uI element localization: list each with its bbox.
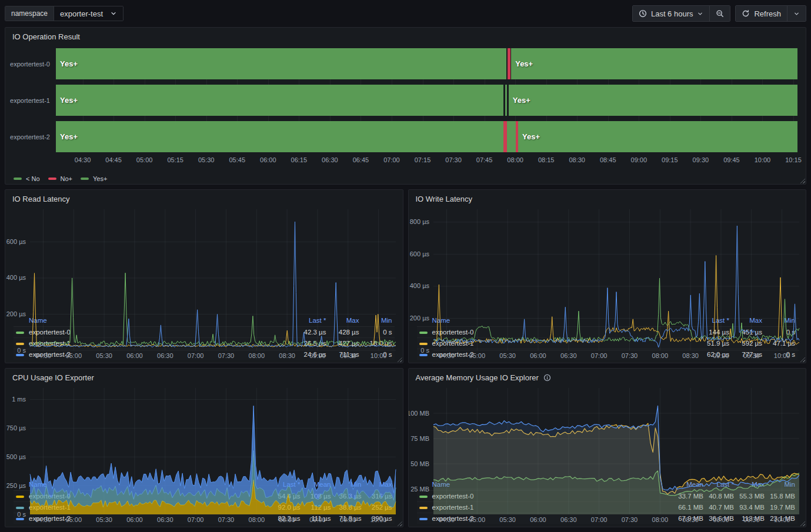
x-axis-tick-label: 09:30 xyxy=(340,352,356,359)
refresh-interval-dropdown[interactable] xyxy=(787,6,806,21)
memory-usage-chart[interactable]: 25 MB50 MB75 MB100 MB04:3005:0005:3006:0… xyxy=(409,383,806,480)
y-axis-tick-label: 750 µs xyxy=(6,424,26,431)
x-axis-tick-label: 06:30 xyxy=(560,516,577,523)
legend-item[interactable]: < No xyxy=(14,175,40,182)
x-axis-tick-label: 10:00 xyxy=(755,156,771,163)
x-axis-tick-label: 04:30 xyxy=(438,352,455,359)
refresh-button[interactable]: Refresh xyxy=(736,6,787,21)
state-timeline-chart[interactable]: exportertest-0Yes+Yes+exportertest-1Yes+… xyxy=(5,42,806,184)
x-axis-tick-label: 08:30 xyxy=(569,156,585,163)
dashboard-grid: IO Operation Result exportertest-0Yes+Ye… xyxy=(5,27,806,527)
y-axis-tick-label: 50 MB xyxy=(410,460,429,467)
series-area-exportertest-1 xyxy=(30,451,396,508)
x-axis-tick-label: 08:00 xyxy=(507,156,523,163)
x-axis-tick-label: 06:15 xyxy=(291,156,308,163)
x-axis-tick-label: 07:00 xyxy=(383,156,400,163)
series-line-exportertest-2 xyxy=(433,226,799,347)
x-axis-tick-label: 06:45 xyxy=(353,156,369,163)
x-axis-tick-label: 09:00 xyxy=(713,516,729,523)
x-axis-tick-label: 10:15 xyxy=(785,156,802,163)
timeline-row-label: exportertest-0 xyxy=(6,61,54,68)
time-range-label: Last 6 hours xyxy=(651,9,693,18)
x-axis-tick-label: 05:30 xyxy=(198,156,215,163)
x-axis-tick-label: 05:00 xyxy=(136,156,153,163)
x-axis-tick-label: 10:00 xyxy=(371,352,387,359)
x-axis-tick-label: 08:00 xyxy=(652,516,668,523)
timeline-legend: < NoNo+Yes+ xyxy=(14,175,107,182)
chart-canvas: 0 s200 µs400 µs600 µs800 µs04:3005:0005:… xyxy=(409,205,806,360)
x-axis-tick-label: 06:00 xyxy=(126,516,143,523)
x-axis-tick-label: 07:00 xyxy=(590,516,607,523)
timeline-row-label: exportertest-1 xyxy=(6,97,54,104)
y-axis-tick-label: 75 MB xyxy=(410,435,429,442)
panel-title[interactable]: IO Write Latency xyxy=(409,190,806,205)
x-axis-tick-label: 04:45 xyxy=(105,156,122,163)
timeline-segment: Yes+ xyxy=(56,121,503,152)
x-axis-tick-label: 08:30 xyxy=(279,352,295,359)
zoom-out-icon xyxy=(716,9,724,18)
x-axis-tick-label: 06:00 xyxy=(530,516,546,523)
timeline-segment: Yes+ xyxy=(518,121,797,152)
x-axis-tick-label: 05:30 xyxy=(96,352,112,359)
x-axis-tick-label: 09:30 xyxy=(743,352,760,359)
x-axis-tick-label: 05:15 xyxy=(167,156,183,163)
x-axis-tick-label: 07:00 xyxy=(590,352,607,359)
series-line-exportertest-0 xyxy=(433,278,799,342)
namespace-value: exporter-test xyxy=(60,9,103,18)
info-icon[interactable] xyxy=(543,374,551,382)
legend-swatch xyxy=(48,178,56,180)
series-area-exportertest-2 xyxy=(433,406,799,514)
timeline-segment: Yes+ xyxy=(509,85,797,116)
timeline-segment xyxy=(505,85,507,116)
namespace-variable: namespace exporter-test xyxy=(5,6,124,21)
timeline-segment xyxy=(508,48,510,79)
x-axis-tick-label: 08:00 xyxy=(652,352,668,359)
panel-title[interactable]: IO Operation Result xyxy=(5,28,806,42)
x-axis-tick-label: 04:30 xyxy=(35,516,52,523)
panel-io-operation-result: IO Operation Result exportertest-0Yes+Ye… xyxy=(5,27,806,185)
x-axis-tick-label: 05:00 xyxy=(66,516,82,523)
x-axis-tick-label: 10:00 xyxy=(371,516,387,523)
x-axis-tick-label: 09:30 xyxy=(693,156,709,163)
x-axis-tick-label: 08:00 xyxy=(249,516,265,523)
refresh-controls: Refresh xyxy=(735,5,806,22)
time-range-picker[interactable]: Last 6 hours xyxy=(633,6,710,21)
legend-item[interactable]: Yes+ xyxy=(81,175,107,182)
panel-io-write-latency: IO Write Latency 0 s200 µs400 µs600 µs80… xyxy=(408,189,807,363)
panel-title[interactable]: IO Read Latency xyxy=(5,190,403,205)
x-axis-tick-label: 09:45 xyxy=(723,156,740,163)
panel-title[interactable]: CPU Usage IO Exporter xyxy=(5,369,403,383)
y-axis-tick-label: 600 µs xyxy=(6,238,26,245)
x-axis-tick-label: 07:30 xyxy=(621,352,638,359)
dashboard-toolbar: namespace exporter-test Last 6 hours xyxy=(5,5,806,22)
timeline-row-label: exportertest-2 xyxy=(6,133,54,140)
legend-item[interactable]: No+ xyxy=(48,175,73,182)
chevron-down-icon xyxy=(793,11,800,17)
timeline-segment: Yes+ xyxy=(56,85,503,116)
x-axis-tick-label: 06:30 xyxy=(157,352,173,359)
series-line-exportertest-0 xyxy=(30,273,396,346)
zoom-out-button[interactable] xyxy=(709,6,730,21)
x-axis-tick-label: 06:30 xyxy=(322,156,338,163)
x-axis-tick-label: 08:45 xyxy=(600,156,616,163)
legend-swatch xyxy=(14,178,22,180)
y-axis-tick-label: 1 ms xyxy=(12,396,26,403)
x-axis-tick-label: 08:00 xyxy=(249,352,265,359)
x-axis-tick-label: 08:30 xyxy=(682,516,699,523)
x-axis-tick-label: 09:00 xyxy=(631,156,648,163)
x-axis-tick-label: 07:30 xyxy=(218,516,235,523)
y-axis-tick-label: 0 s xyxy=(17,511,26,518)
cpu-usage-chart[interactable]: 0 s250 µs500 µs750 µs1 ms04:3005:0005:30… xyxy=(5,383,403,480)
panel-title[interactable]: Average Memory Usage IO Explorer xyxy=(409,369,806,383)
y-axis-tick-label: 400 µs xyxy=(6,274,26,281)
io-read-latency-chart[interactable]: 0 s200 µs400 µs600 µs04:3005:0005:3006:0… xyxy=(5,205,403,316)
io-write-latency-chart[interactable]: 0 s200 µs400 µs600 µs800 µs04:3005:0005:… xyxy=(409,205,806,316)
x-axis-tick-label: 07:00 xyxy=(188,516,204,523)
x-axis-tick-label: 06:30 xyxy=(560,352,577,359)
x-axis-tick-label: 09:00 xyxy=(309,352,326,359)
y-axis-tick-label: 25 MB xyxy=(410,486,429,493)
x-axis-tick-label: 07:30 xyxy=(445,156,462,163)
namespace-dropdown[interactable]: exporter-test xyxy=(54,6,123,21)
y-axis-tick-label: 200 µs xyxy=(409,314,429,322)
x-axis-tick-label: 08:15 xyxy=(538,156,555,163)
